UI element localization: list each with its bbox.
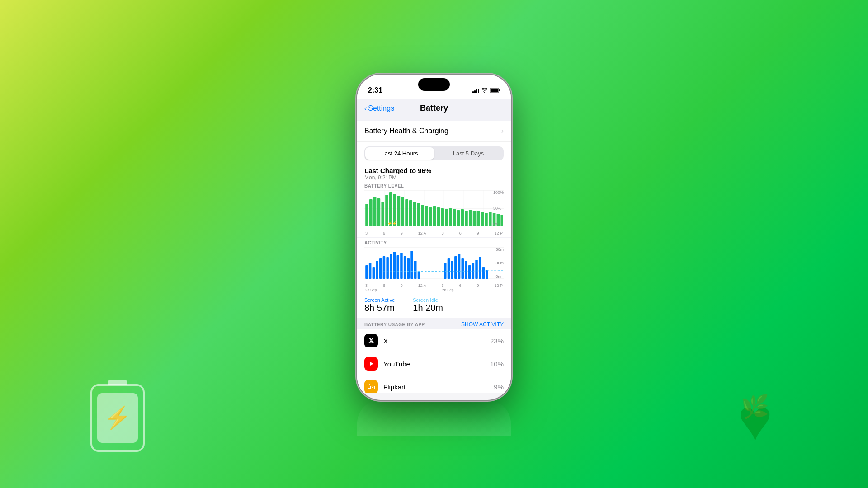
svg-text:⚡⚡: ⚡⚡ bbox=[387, 221, 397, 225]
phone-frame: 2:31 bbox=[357, 75, 511, 400]
app-icon-flipkart: 🛍 bbox=[364, 380, 378, 393]
activity-x-dates: 25 Sep 26 Sep bbox=[364, 288, 504, 292]
nav-bar: ‹ Settings Battery bbox=[357, 99, 511, 117]
svg-rect-14 bbox=[377, 198, 381, 226]
usage-section-label: BATTERY USAGE BY APP bbox=[364, 322, 425, 327]
status-bar: 2:31 bbox=[357, 75, 511, 99]
svg-rect-75 bbox=[475, 260, 478, 279]
svg-rect-22 bbox=[409, 200, 412, 226]
svg-rect-33 bbox=[453, 209, 456, 226]
activity-label: ACTIVITY bbox=[364, 240, 504, 245]
svg-rect-52 bbox=[373, 267, 375, 279]
charged-time: Mon, 9:21PM bbox=[364, 174, 504, 181]
app-row-youtube[interactable]: YouTube 10% bbox=[357, 352, 511, 375]
status-icons bbox=[472, 88, 500, 93]
battery-health-card: Battery Health & Charging › bbox=[357, 121, 511, 142]
charged-info: Last Charged to 96% Mon, 9:21PM bbox=[364, 167, 504, 181]
svg-rect-72 bbox=[465, 261, 467, 279]
svg-rect-64 bbox=[414, 261, 417, 279]
battery-health-chevron: › bbox=[501, 127, 504, 135]
svg-rect-27 bbox=[429, 207, 432, 226]
svg-rect-69 bbox=[454, 256, 457, 279]
svg-rect-26 bbox=[425, 206, 428, 226]
svg-rect-13 bbox=[373, 197, 377, 226]
bolt-icon: ⚡ bbox=[104, 405, 131, 431]
svg-rect-51 bbox=[369, 263, 372, 279]
back-label: Settings bbox=[368, 104, 394, 113]
svg-rect-37 bbox=[469, 210, 472, 226]
phone-reflection bbox=[357, 400, 511, 436]
app-name-youtube: YouTube bbox=[383, 360, 490, 368]
last-24h-tab[interactable]: Last 24 Hours bbox=[365, 147, 434, 160]
usage-by-app-header: BATTERY USAGE BY APP SHOW ACTIVITY bbox=[357, 318, 511, 329]
svg-rect-32 bbox=[449, 208, 452, 226]
app-icon-x: 𝕏 bbox=[364, 334, 378, 347]
svg-rect-57 bbox=[390, 254, 392, 279]
screen-idle-stat: Screen Idle 1h 20m bbox=[413, 297, 443, 313]
app-pct-flipkart: 9% bbox=[494, 383, 504, 391]
svg-rect-59 bbox=[397, 255, 400, 279]
svg-rect-58 bbox=[393, 252, 396, 279]
battery-level-label: BATTERY LEVEL bbox=[364, 183, 504, 188]
svg-rect-61 bbox=[404, 256, 406, 279]
screen-active-label: Screen Active bbox=[364, 297, 395, 303]
activity-chart-svg bbox=[364, 247, 504, 279]
status-time: 2:31 bbox=[368, 86, 382, 94]
screen-idle-label: Screen Idle bbox=[413, 297, 443, 303]
svg-rect-67 bbox=[448, 258, 450, 279]
deco-battery-fill: ⚡ bbox=[97, 393, 138, 443]
svg-rect-12 bbox=[369, 199, 373, 226]
svg-rect-11 bbox=[365, 204, 368, 226]
app-row-flipkart[interactable]: 🛍 Flipkart 9% bbox=[357, 375, 511, 393]
battery-x-labels: 3 6 9 12 A 3 6 9 12 P bbox=[364, 231, 504, 235]
app-usage-list: 𝕏 X 23% YouTube 10% 🛍 bbox=[357, 329, 511, 393]
phone-container: 2:31 bbox=[357, 75, 511, 413]
activity-chart: 60m 30m 0m bbox=[364, 247, 504, 283]
battery-status-icon bbox=[490, 88, 500, 93]
app-row-x[interactable]: 𝕏 X 23% bbox=[357, 329, 511, 352]
spacer bbox=[357, 117, 511, 121]
app-icon-youtube bbox=[364, 357, 378, 371]
svg-rect-29 bbox=[437, 207, 440, 226]
last-5d-tab[interactable]: Last 5 Days bbox=[434, 147, 503, 160]
screen-active-stat: Screen Active 8h 57m bbox=[364, 297, 395, 313]
battery-y-labels: 100% 50% 0% bbox=[493, 190, 504, 226]
svg-rect-31 bbox=[445, 209, 448, 226]
svg-rect-73 bbox=[468, 265, 471, 279]
svg-rect-38 bbox=[473, 211, 476, 226]
content-area: Battery Health & Charging › Last 24 Hour… bbox=[357, 117, 511, 393]
svg-rect-15 bbox=[381, 202, 384, 226]
show-activity-button[interactable]: SHOW ACTIVITY bbox=[461, 321, 504, 328]
svg-rect-40 bbox=[481, 212, 484, 226]
screen-idle-value: 1h 20m bbox=[413, 303, 443, 313]
battery-health-label: Battery Health & Charging bbox=[364, 127, 448, 135]
app-name-x: X bbox=[383, 337, 490, 345]
deco-heart-icon: ♥ 🌿 bbox=[714, 380, 796, 461]
wifi-icon bbox=[481, 88, 488, 93]
screen-stats: Screen Active 8h 57m Screen Idle 1h 20m bbox=[357, 294, 511, 318]
svg-rect-39 bbox=[477, 211, 480, 226]
svg-rect-24 bbox=[417, 203, 420, 226]
svg-rect-21 bbox=[405, 199, 408, 226]
segmented-control: Last 24 Hours Last 5 Days bbox=[364, 146, 504, 160]
activity-x-labels: 3 6 9 12 A 3 6 9 12 P bbox=[364, 283, 504, 288]
battery-health-row[interactable]: Battery Health & Charging › bbox=[357, 121, 511, 142]
svg-rect-41 bbox=[485, 213, 488, 226]
activity-chart-section: ACTIVITY bbox=[357, 238, 511, 294]
dynamic-island bbox=[418, 78, 450, 91]
app-name-flipkart: Flipkart bbox=[383, 383, 494, 391]
svg-rect-65 bbox=[418, 272, 420, 279]
signal-bars-icon bbox=[472, 88, 479, 93]
svg-rect-34 bbox=[457, 210, 460, 226]
back-button[interactable]: ‹ Settings bbox=[364, 104, 394, 113]
time-range-selector: Last 24 Hours Last 5 Days bbox=[357, 142, 511, 163]
svg-rect-56 bbox=[386, 257, 389, 279]
svg-rect-42 bbox=[489, 212, 492, 226]
app-pct-x: 23% bbox=[490, 337, 504, 345]
svg-rect-60 bbox=[400, 253, 403, 279]
svg-rect-70 bbox=[458, 254, 461, 279]
svg-rect-35 bbox=[461, 209, 464, 226]
svg-rect-23 bbox=[413, 202, 416, 226]
svg-rect-76 bbox=[479, 257, 481, 279]
battery-chart-svg: ⚡⚡ bbox=[364, 190, 504, 226]
